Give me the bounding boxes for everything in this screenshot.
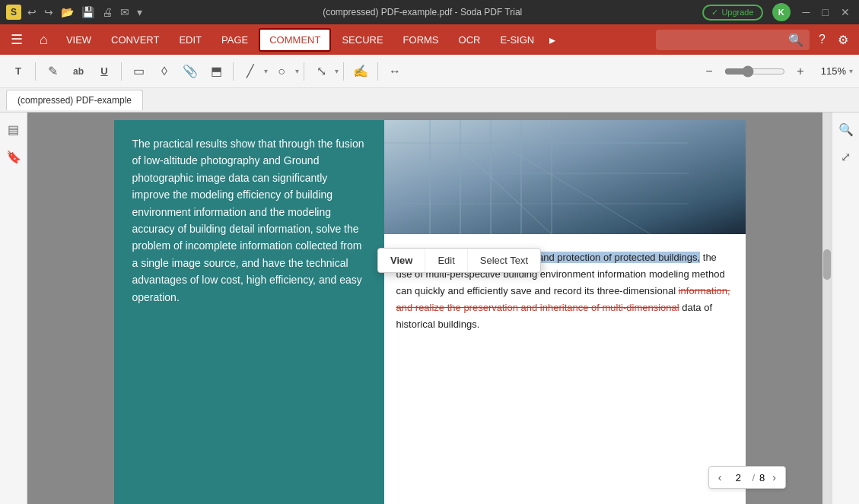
context-menu: View Edit Select Text	[377, 248, 541, 273]
sidebar-pages-icon[interactable]: ▤	[3, 119, 24, 140]
crop-tool-button[interactable]: ⤡	[309, 59, 333, 84]
move-tool-button[interactable]: ↔	[383, 59, 407, 84]
close-button[interactable]: ✕	[838, 6, 853, 18]
tab-bar: (compressed) PDF-example	[0, 88, 859, 113]
zoom-control: − + 115% ▾	[697, 59, 853, 84]
zoom-value: 115%	[816, 65, 846, 77]
page-total: 8	[759, 472, 765, 483]
context-menu-edit[interactable]: Edit	[425, 249, 467, 272]
search-icon[interactable]: 🔍	[788, 33, 803, 47]
pdf-image	[384, 120, 746, 234]
attachment-button[interactable]: 📎	[178, 59, 202, 84]
settings-icon[interactable]: ⚙	[835, 30, 851, 50]
line-tool-button[interactable]: ╱	[238, 59, 262, 84]
sidebar-bookmarks-icon[interactable]: 🔖	[3, 146, 24, 167]
context-menu-view[interactable]: View	[378, 249, 425, 272]
maximize-button[interactable]: □	[819, 6, 832, 18]
window-controls: ─ □ ✕	[800, 6, 853, 18]
pdf-image-svg	[384, 120, 746, 234]
avatar[interactable]: K	[772, 3, 791, 21]
pdf-area: View Edit Select Text The practical resu…	[27, 113, 832, 504]
line-tool-arrow[interactable]: ▾	[264, 67, 268, 75]
menu-item-esign[interactable]: E-SIGN	[491, 30, 543, 50]
highlight-button[interactable]: ◊	[152, 59, 177, 84]
pdf-left-column: The practical results show that through …	[114, 120, 384, 504]
svg-rect-0	[384, 120, 746, 234]
menu-item-convert[interactable]: CONVERT	[102, 30, 168, 50]
right-panel: 🔍 ⤢	[832, 113, 859, 504]
pencil-tool-button[interactable]: ✎	[40, 59, 65, 84]
tool-separator-5	[343, 62, 344, 81]
more-icon[interactable]: ▾	[137, 6, 142, 18]
menu-item-edit[interactable]: EDIT	[170, 30, 211, 50]
menu-right-icons: ? ⚙	[811, 30, 856, 50]
ellipse-tool-button[interactable]: ○	[269, 59, 294, 84]
menu-item-secure[interactable]: SECURE	[332, 30, 392, 50]
text-tool-button[interactable]: T	[6, 59, 30, 84]
ellipse-tool-arrow[interactable]: ▾	[295, 67, 299, 75]
context-menu-select[interactable]: Select Text	[468, 249, 540, 272]
menu-item-comment[interactable]: COMMENT	[259, 28, 331, 52]
tool-separator-4	[304, 62, 304, 81]
page-separator: /	[752, 472, 755, 483]
stamp-button[interactable]: ⬒	[204, 59, 228, 84]
zoom-dropdown-arrow[interactable]: ▾	[849, 67, 853, 75]
crop-tool-arrow[interactable]: ▾	[335, 67, 339, 75]
pdf-page: The practical results show that through …	[114, 120, 746, 504]
more-menu-button[interactable]: ▸	[545, 30, 560, 50]
sticky-note-button[interactable]: ▭	[126, 59, 151, 84]
search-box: 🔍	[656, 30, 810, 50]
open-icon[interactable]: 📂	[61, 6, 74, 18]
next-page-button[interactable]: ›	[769, 470, 779, 485]
home-icon[interactable]: ⌂	[32, 27, 56, 52]
undo-icon[interactable]: ↩	[27, 6, 37, 18]
help-icon[interactable]: ?	[816, 30, 829, 49]
sign-tool-button[interactable]: ✍	[348, 59, 373, 84]
toolbar: T ✎ ab U ▭ ◊ 📎 ⬒ ╱ ▾ ○ ▾ ⤡ ▾ ✍ ↔ − + 115…	[0, 55, 859, 88]
tool-separator-2	[121, 62, 122, 81]
right-panel-expand-icon[interactable]: ⤢	[835, 146, 857, 167]
scrollbar-thumb[interactable]	[823, 249, 831, 280]
title-bar: S ↩ ↪ 📂 💾 🖨 ✉ ▾ (compressed) PDF-example…	[0, 0, 859, 24]
zoom-in-button[interactable]: +	[788, 59, 813, 84]
right-panel-search-icon[interactable]: 🔍	[835, 119, 857, 140]
menu-item-page[interactable]: PAGE	[212, 30, 257, 50]
menu-item-view[interactable]: VIEW	[57, 30, 100, 50]
title-bar-title: (compressed) PDF-example.pdf - Soda PDF …	[142, 7, 702, 17]
page-number-input[interactable]: 2	[729, 472, 747, 483]
tool-separator-3	[233, 62, 234, 81]
tool-separator-6	[377, 62, 378, 81]
page-navigation: ‹ 2 / 8 ›	[708, 466, 786, 489]
print-icon[interactable]: 🖨	[102, 6, 113, 18]
upgrade-check-icon: ✓	[711, 8, 718, 17]
left-sidebar: ▤ 🔖	[0, 113, 27, 504]
zoom-slider[interactable]	[724, 65, 785, 78]
email-icon[interactable]: ✉	[120, 6, 129, 18]
search-input[interactable]	[662, 34, 784, 45]
minimize-button[interactable]: ─	[800, 6, 813, 18]
prev-page-button[interactable]: ‹	[715, 470, 725, 485]
tab-pdf-example[interactable]: (compressed) PDF-example	[6, 90, 143, 110]
app-icon: S	[6, 5, 21, 20]
menu-item-forms[interactable]: FORMS	[394, 30, 448, 50]
ab-tool-button[interactable]: ab	[66, 59, 91, 84]
save-icon[interactable]: 💾	[81, 6, 94, 18]
underline-tool-button[interactable]: U	[92, 59, 116, 84]
title-bar-right: ✓ Upgrade K ─ □ ✕	[702, 3, 853, 21]
tool-separator-1	[35, 62, 36, 81]
title-bar-left: S ↩ ↪ 📂 💾 🖨 ✉ ▾	[6, 5, 142, 20]
pdf-right-column: In the process of data collection and pr…	[384, 120, 746, 504]
hamburger-icon[interactable]: ☰	[3, 27, 30, 52]
redo-icon[interactable]: ↪	[44, 6, 53, 18]
main-area: ▤ 🔖 View Edit Select Text The practical …	[0, 113, 859, 504]
upgrade-button[interactable]: ✓ Upgrade	[702, 5, 762, 21]
scrollbar-track[interactable]	[822, 113, 832, 504]
pdf-left-text: The practical results show that through …	[132, 135, 366, 306]
menu-bar: ☰ ⌂ VIEW CONVERT EDIT PAGE COMMENT SECUR…	[0, 24, 859, 55]
zoom-out-button[interactable]: −	[697, 59, 721, 84]
menu-item-ocr[interactable]: OCR	[450, 30, 490, 50]
titlebar-icons: ↩ ↪ 📂 💾 🖨 ✉ ▾	[27, 6, 142, 18]
